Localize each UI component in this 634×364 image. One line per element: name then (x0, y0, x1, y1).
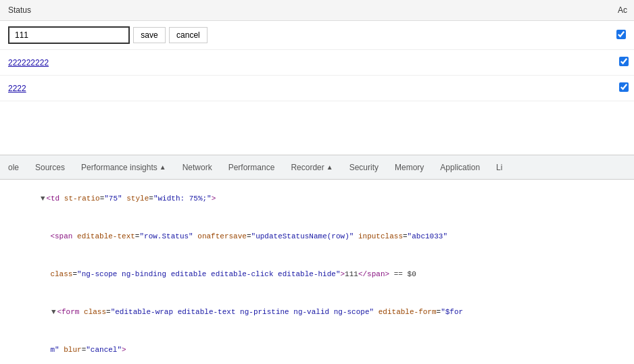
save-button[interactable]: save (133, 27, 165, 43)
tab-sources-label: Sources (35, 163, 65, 172)
tab-performance[interactable]: Performance (220, 155, 283, 179)
tab-recorder-label: Recorder (291, 163, 324, 172)
tab-performance-insights-label: Performance insights (81, 163, 157, 172)
tab-recorder[interactable]: Recorder ▲ (283, 155, 341, 179)
tab-memory[interactable]: Memory (387, 155, 432, 179)
recorder-icon: ▲ (326, 163, 333, 171)
tab-performance-insights[interactable]: Performance insights ▲ (73, 155, 174, 179)
tab-li-label: Li (496, 163, 502, 172)
performance-insights-icon: ▲ (160, 163, 166, 171)
tab-security-label: Security (349, 163, 379, 172)
table-row: 2222 (0, 76, 634, 101)
data-table: Status Ac save cancel 222222222 (0, 0, 634, 101)
cancel-button[interactable]: cancel (169, 27, 208, 43)
expand-triangle[interactable]: ▼ (50, 306, 57, 318)
tab-network[interactable]: Network (174, 155, 220, 179)
dom-line: m" blur="cancel"> (0, 331, 634, 364)
status-link[interactable]: 222222222 (8, 58, 49, 68)
tab-console-label: ole (8, 163, 19, 172)
tab-console[interactable]: ole (0, 155, 27, 179)
ac-column-header: Ac (406, 0, 634, 21)
tab-application-label: Application (440, 163, 480, 172)
row-checkbox[interactable] (616, 30, 626, 39)
tab-network-label: Network (182, 163, 212, 172)
tab-memory-label: Memory (395, 163, 424, 172)
devtools-tabs: ole Sources Performance insights ▲ Netwo… (0, 155, 634, 180)
tab-performance-label: Performance (228, 163, 275, 172)
top-panel: Status Ac save cancel 222222222 (0, 0, 634, 155)
tab-sources[interactable]: Sources (27, 155, 73, 179)
tab-application[interactable]: Application (432, 155, 488, 179)
dom-line: class="ng-scope ng-binding editable edit… (0, 255, 634, 293)
tab-li[interactable]: Li (488, 155, 510, 179)
dom-line: ▼<form class="editable-wrap editable-tex… (0, 293, 634, 331)
tab-security[interactable]: Security (341, 155, 387, 179)
table-row: save cancel (0, 21, 634, 50)
status-link[interactable]: 2222 (8, 84, 26, 93)
row-checkbox[interactable] (619, 57, 629, 66)
expand-triangle[interactable]: ▼ (39, 192, 46, 205)
dom-inspector: ▼<td st-ratio="75" style="width: 75%;"> … (0, 180, 634, 364)
status-edit-input[interactable] (8, 26, 130, 44)
dom-line: ▼<td st-ratio="75" style="width: 75%;"> (0, 180, 634, 217)
row-checkbox[interactable] (619, 82, 629, 92)
table-row: 222222222 (0, 50, 634, 76)
status-column-header: Status (0, 0, 406, 21)
dom-line: <span editable-text="row.Status" onafter… (0, 217, 634, 255)
